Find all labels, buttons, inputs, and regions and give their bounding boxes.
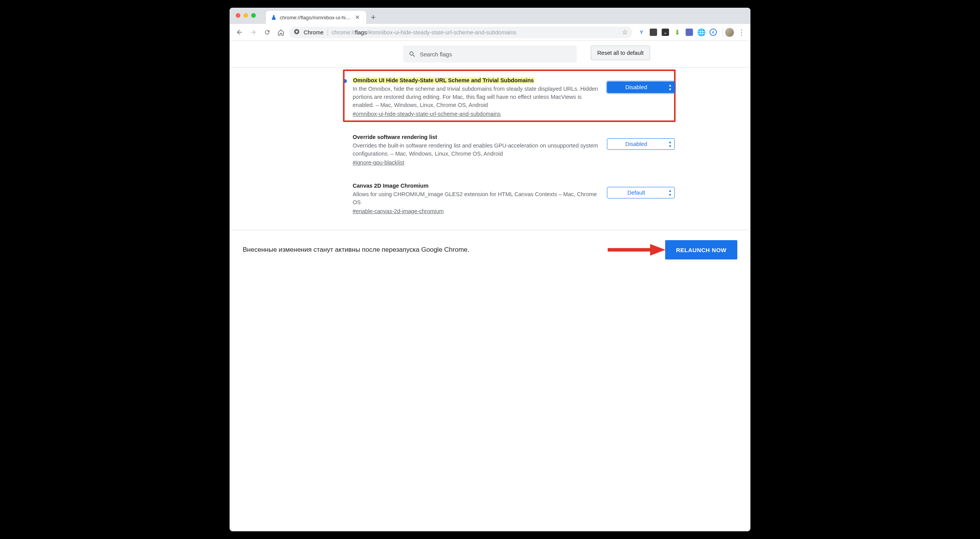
profile-avatar[interactable] — [725, 28, 734, 37]
omnibox-url: chrome://flags/#omnibox-ui-hide-steady-s… — [332, 29, 517, 36]
tab-title: chrome://flags/#omnibox-ui-hi… — [280, 15, 351, 20]
extension-icon-2[interactable] — [650, 29, 657, 36]
flag-anchor-link[interactable]: #enable-canvas-2d-image-chromium — [353, 208, 444, 214]
extension-icons: Y ⌄ ⬇ 🌐 e — [635, 29, 720, 36]
flag-description: Overrides the built-in software renderin… — [353, 142, 599, 158]
browser-window: chrome://flags/#omnibox-ui-hi… ✕ + Chrom… — [230, 8, 750, 531]
annotation-arrow — [608, 244, 666, 256]
flag-modified-dot — [343, 79, 347, 83]
close-window-button[interactable] — [236, 13, 240, 18]
flag-state-value: Disabled — [625, 84, 647, 90]
globe-icon[interactable]: 🌐 — [698, 29, 705, 36]
flag-title: Omnibox UI Hide Steady-State URL Scheme … — [353, 77, 534, 83]
search-placeholder: Search flags — [420, 51, 452, 58]
forward-button[interactable] — [247, 27, 259, 38]
tab-close-button[interactable]: ✕ — [354, 14, 361, 21]
flag-description: Allows for using CHROMIUM_image GLES2 ex… — [353, 190, 599, 207]
chrome-disc-icon — [294, 29, 300, 36]
flag-state-value: Default — [627, 190, 645, 196]
select-caret-icon: ▴▾ — [669, 140, 671, 148]
flag-state-select[interactable]: Disabled ▴▾ — [607, 81, 675, 93]
browser-toolbar: Chrome chrome://flags/#omnibox-ui-hide-s… — [230, 24, 750, 41]
relaunch-footer: Внесенные изменения станут активны после… — [230, 230, 750, 270]
flags-list: Omnibox UI Hide Steady-State URL Scheme … — [230, 68, 750, 230]
home-button[interactable] — [275, 27, 287, 38]
maximize-window-button[interactable] — [251, 13, 256, 18]
back-button[interactable] — [233, 27, 245, 38]
flag-state-select[interactable]: Disabled ▴▾ — [607, 138, 675, 150]
pocket-icon[interactable]: ⌄ — [662, 29, 669, 36]
reset-all-button[interactable]: Reset all to default — [591, 46, 650, 60]
extension-icon-5[interactable] — [686, 29, 693, 36]
relaunch-message: Внесенные изменения станут активны после… — [243, 246, 470, 254]
flag-row: Omnibox UI Hide Steady-State URL Scheme … — [343, 71, 675, 123]
svg-point-1 — [296, 31, 297, 32]
select-caret-icon: ▴▾ — [669, 83, 671, 92]
download-arrow-icon[interactable]: ⬇ — [674, 29, 681, 36]
flag-row: Canvas 2D Image Chromium Allows for usin… — [343, 177, 675, 220]
bookmark-star-icon[interactable]: ☆ — [622, 28, 628, 36]
window-controls — [236, 13, 256, 18]
flags-header: Search flags Reset all to default — [230, 41, 750, 68]
flag-row: Override software rendering list Overrid… — [343, 128, 675, 171]
flags-page: Search flags Reset all to default Omnibo… — [230, 41, 750, 270]
flag-anchor-link[interactable]: #omnibox-ui-hide-steady-state-url-scheme… — [353, 111, 501, 117]
toolbar-separator — [722, 28, 723, 37]
chip-separator — [328, 29, 328, 36]
tab-strip: chrome://flags/#omnibox-ui-hi… ✕ + — [230, 8, 750, 24]
flag-state-select[interactable]: Default ▴▾ — [607, 187, 675, 198]
flag-title: Override software rendering list — [353, 134, 437, 140]
svg-marker-3 — [650, 244, 666, 256]
browser-tab[interactable]: chrome://flags/#omnibox-ui-hi… ✕ — [266, 11, 366, 24]
flag-title: Canvas 2D Image Chromium — [353, 183, 429, 189]
search-flags-input[interactable]: Search flags — [403, 46, 577, 63]
relaunch-now-button[interactable]: RELAUNCH NOW — [665, 240, 737, 259]
flag-anchor-link[interactable]: #ignore-gpu-blacklist — [353, 159, 404, 166]
minimize-window-button[interactable] — [243, 13, 248, 18]
extension-icon-7[interactable]: e — [710, 29, 717, 36]
omnibox-chip: Chrome — [304, 29, 324, 36]
browser-menu-button[interactable]: ⋮ — [737, 28, 747, 37]
select-caret-icon: ▴▾ — [669, 188, 671, 197]
flag-description: In the Omnibox, hide the scheme and triv… — [353, 85, 599, 109]
extension-icon-1[interactable]: Y — [638, 29, 645, 36]
omnibox[interactable]: Chrome chrome://flags/#omnibox-ui-hide-s… — [289, 27, 632, 38]
reload-button[interactable] — [261, 27, 273, 38]
search-icon — [409, 51, 416, 58]
flag-state-value: Disabled — [625, 141, 647, 147]
new-tab-button[interactable]: + — [371, 11, 376, 24]
flask-icon — [270, 14, 277, 20]
